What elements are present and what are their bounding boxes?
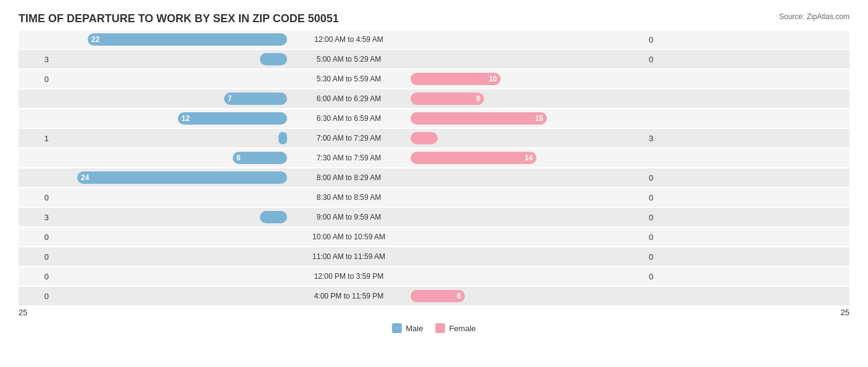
male-bar — [278, 132, 287, 144]
right-bar-area — [411, 231, 645, 243]
male-bar: 24 — [77, 171, 287, 184]
left-bar-area — [52, 250, 287, 263]
right-bar-area: 8 — [411, 93, 645, 105]
female-value-label: 0 — [645, 252, 679, 262]
right-bar-area: 10 — [411, 73, 645, 85]
time-label: 6:30 AM to 6:59 AM — [287, 114, 411, 123]
male-value-label: 1 — [19, 134, 52, 143]
female-legend-box — [435, 323, 445, 333]
male-value-label: 0 — [19, 75, 52, 84]
chart-row: 0 4:00 PM to 11:59 PM 6 — [19, 287, 849, 305]
female-bar: 15 — [411, 112, 547, 125]
chart-row: 0 5:30 AM to 5:59 AM 10 — [19, 70, 849, 88]
female-bar-label: 15 — [532, 114, 547, 123]
left-bar-area — [52, 73, 287, 85]
male-value-label: 0 — [19, 233, 52, 242]
right-bar-area — [411, 250, 645, 263]
chart-row: 6 7:30 AM to 7:59 AM 14 — [19, 149, 849, 167]
right-bar-area — [411, 33, 645, 46]
chart-row: 1 7:00 AM to 7:29 AM 3 — [19, 129, 849, 147]
female-value-label: 0 — [645, 55, 679, 64]
time-label: 5:00 AM to 5:29 AM — [287, 55, 411, 64]
female-legend-label: Female — [449, 324, 475, 333]
male-bar — [260, 211, 287, 223]
left-bar-area — [52, 211, 287, 223]
chart-row: 7 6:00 AM to 6:29 AM 8 — [19, 89, 849, 108]
male-value-label: 0 — [19, 272, 52, 281]
male-bar: 12 — [178, 112, 287, 125]
left-bar-area — [52, 191, 287, 204]
chart-row: 0 8:30 AM to 8:59 AM 0 — [19, 188, 849, 207]
male-value-label: 0 — [19, 252, 52, 262]
male-value-label: 3 — [19, 213, 52, 222]
left-bar-area: 7 — [52, 93, 287, 105]
left-bar-area: 12 — [52, 112, 287, 125]
female-value-label: 0 — [645, 173, 679, 183]
time-label: 10:00 AM to 10:59 AM — [287, 233, 411, 241]
time-label: 9:00 AM to 9:59 AM — [287, 213, 411, 221]
chart-row: 12 6:30 AM to 6:59 AM 15 — [19, 109, 849, 128]
male-value-label: 0 — [19, 292, 52, 301]
female-value-label: 0 — [645, 233, 679, 242]
male-bar-label: 7 — [224, 94, 236, 103]
female-bar-label: 10 — [485, 75, 501, 83]
male-bar — [260, 53, 287, 65]
right-bar-area — [411, 53, 645, 65]
time-label: 8:00 AM to 8:29 AM — [287, 173, 411, 182]
chart-row: 3 9:00 AM to 9:59 AM 0 — [19, 208, 849, 226]
female-value-label: 0 — [645, 213, 679, 222]
female-bar: 6 — [411, 290, 465, 302]
female-bar: 10 — [411, 73, 501, 85]
time-label: 8:30 AM to 8:59 AM — [287, 193, 411, 202]
left-bar-area — [52, 270, 287, 282]
male-bar: 7 — [224, 93, 287, 105]
time-label: 11:00 AM to 11:59 AM — [287, 252, 411, 261]
legend: Male Female — [19, 323, 849, 333]
male-bar-label: 6 — [233, 154, 244, 162]
legend-female: Female — [435, 323, 475, 333]
female-bar — [411, 132, 438, 144]
left-bar-area — [52, 231, 287, 243]
time-label: 6:00 AM to 6:29 AM — [287, 94, 411, 103]
right-bar-area — [411, 211, 645, 223]
left-bar-area — [52, 53, 287, 65]
bottom-labels: 25 25 — [19, 308, 849, 317]
time-label: 5:30 AM to 5:59 AM — [287, 75, 411, 83]
chart-source: Source: ZipAtlas.com — [779, 12, 849, 21]
right-bar-area — [411, 270, 645, 282]
left-bar-area — [52, 290, 287, 302]
male-legend-label: Male — [406, 324, 423, 333]
female-bar-label: 6 — [453, 292, 465, 300]
female-value-label: 0 — [645, 193, 679, 202]
female-value-label: 3 — [645, 134, 679, 143]
female-bar-label: 14 — [521, 154, 536, 162]
female-bar: 8 — [411, 93, 484, 105]
left-bar-area — [52, 132, 287, 144]
left-bar-area: 22 — [52, 33, 287, 46]
male-bar-label: 22 — [88, 35, 103, 44]
male-value-label: 0 — [19, 193, 52, 202]
male-value-label: 3 — [19, 55, 52, 64]
right-bar-area — [411, 171, 645, 184]
time-label: 4:00 PM to 11:59 PM — [287, 292, 411, 300]
chart-container: TIME OF DEPARTURE TO WORK BY SEX IN ZIP … — [0, 0, 868, 367]
legend-male: Male — [392, 323, 423, 333]
female-bar-label: 8 — [472, 94, 484, 103]
time-label: 7:00 AM to 7:29 AM — [287, 134, 411, 142]
time-label: 12:00 PM to 3:59 PM — [287, 272, 411, 281]
chart-row: 22 12:00 AM to 4:59 AM 0 — [19, 30, 849, 49]
right-bar-area: 15 — [411, 112, 645, 125]
left-bar-area: 6 — [52, 152, 287, 164]
female-value-label: 0 — [645, 272, 679, 281]
female-value-label: 0 — [645, 35, 679, 44]
male-bar: 6 — [233, 152, 287, 164]
male-legend-box — [392, 323, 402, 333]
right-bar-area: 14 — [411, 152, 645, 164]
chart-title: TIME OF DEPARTURE TO WORK BY SEX IN ZIP … — [19, 12, 849, 25]
right-bar-area — [411, 132, 645, 144]
bottom-right-label: 25 — [841, 308, 849, 317]
bottom-left-label: 25 — [19, 308, 27, 317]
time-label: 7:30 AM to 7:59 AM — [287, 154, 411, 162]
female-bar: 14 — [411, 152, 536, 164]
chart-row: 0 11:00 AM to 11:59 AM 0 — [19, 247, 849, 266]
